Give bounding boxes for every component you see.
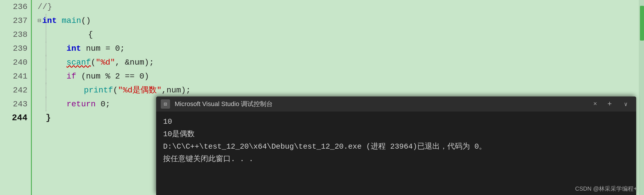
fn-printf: printf [84, 83, 113, 97]
code-line-238: { [38, 28, 644, 42]
terminal-icon: ⊡ [161, 99, 170, 109]
line-num-237: 237 [13, 14, 27, 28]
code-line-244-text: } [46, 111, 51, 126]
line-num-242: 242 [13, 83, 27, 97]
code-line-239: int num = 0; [38, 42, 644, 56]
line-num-240: 240 [13, 56, 27, 70]
terminal-output-line-2: 10是偶数 [163, 129, 629, 140]
line-num-236: 236 [13, 0, 27, 14]
keyword-return: return [67, 97, 96, 111]
code-line-240: scanf ( "%d" , &num); [38, 56, 644, 70]
line-num-243: 243 [13, 97, 27, 111]
line-num-241: 241 [13, 70, 27, 83]
terminal-plus-button[interactable]: + [604, 98, 615, 110]
code-line-242: printf ( "%d是偶数" ,num); [38, 83, 644, 97]
scrollbar-track[interactable] [639, 0, 644, 195]
line-num-244: 244 [12, 111, 27, 125]
line-num-238: 238 [13, 28, 27, 42]
keyword-if: if [67, 70, 76, 83]
line-numbers: 236 237 238 239 240 241 242 243 244 [0, 0, 32, 195]
collapse-icon-237[interactable]: ⊟ [38, 16, 41, 26]
scrollbar-thumb[interactable] [640, 6, 644, 41]
str-printf-format: "%d是偶数" [118, 83, 162, 97]
terminal-output-line-4: 按任意键关闭此窗口. . . [163, 154, 629, 165]
code-line-236-text: //} [38, 0, 52, 14]
terminal-output-line-1: 10 [163, 116, 629, 127]
fn-scanf: scanf [67, 56, 91, 70]
code-line-238-text: { [88, 30, 93, 39]
str-scanf-format: "%d" [96, 56, 115, 70]
terminal-title: Microsoft Visual Studio 调试控制台 [175, 100, 586, 108]
terminal-dropdown-button[interactable]: ∨ [620, 98, 632, 110]
code-line-236: //} [38, 0, 644, 14]
keyword-int-239: int [67, 42, 81, 56]
code-line-241: if (num % 2 == 0) [38, 70, 644, 83]
terminal-titlebar: ⊡ Microsoft Visual Studio 调试控制台 × + ∨ [156, 96, 636, 112]
terminal-body: 10 10是偶数 D:\C\C++\test_12_20\x64\Debug\t… [156, 112, 636, 195]
code-line-237: ⊟int main() [38, 14, 644, 28]
terminal-output-line-3: D:\C\C++\test_12_20\x64\Debug\test_12_20… [163, 141, 629, 152]
terminal-close-button[interactable]: × [591, 100, 599, 108]
terminal-panel: ⊡ Microsoft Visual Studio 调试控制台 × + ∨ 10… [156, 96, 636, 195]
csdn-watermark: CSDN @林采采学编程+ [575, 185, 637, 193]
line-num-239: 239 [13, 42, 27, 56]
